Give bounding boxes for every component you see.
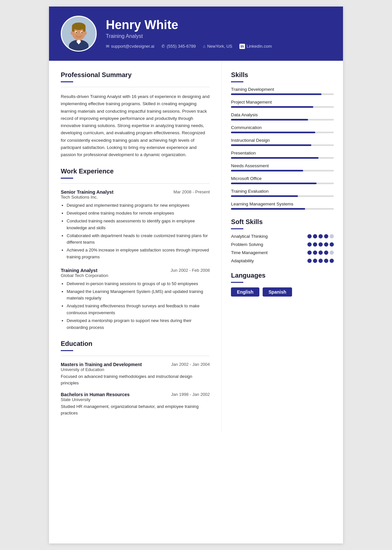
dot-0-1 bbox=[313, 234, 317, 238]
work-title: Work Experience bbox=[61, 168, 210, 175]
skill-item-0: Training Development bbox=[231, 87, 334, 95]
bullet-1-4: Collaborated with department heads to cr… bbox=[67, 233, 210, 246]
skill-name-7: Microsoft Office bbox=[231, 176, 334, 181]
work-experience-section: Work Experience Senior Training Analyst … bbox=[61, 168, 210, 331]
job-block-1: Senior Training Analyst Mar 2008 - Prese… bbox=[61, 189, 210, 260]
location-icon: ⌂ bbox=[203, 44, 205, 49]
location-value: NewYork, US bbox=[207, 44, 232, 49]
dot-3-1 bbox=[313, 259, 317, 263]
bullet-1-3: Conducted training needs assessments to … bbox=[67, 218, 210, 232]
work-divider bbox=[61, 183, 210, 184]
skill-bar-bg-2 bbox=[231, 119, 334, 121]
svg-rect-5 bbox=[72, 26, 74, 32]
dot-3-2 bbox=[318, 259, 323, 263]
soft-skills-underline bbox=[231, 228, 243, 229]
soft-skill-row-2: Time Management bbox=[231, 250, 334, 255]
skill-item-3: Communication bbox=[231, 125, 334, 133]
bullet-2-1: Delivered in-person training sessions to… bbox=[67, 281, 210, 287]
job-date-1: Mar 2008 - Present bbox=[173, 189, 210, 194]
job-title-2: Training Analyst bbox=[61, 268, 97, 273]
skill-name-3: Communication bbox=[231, 125, 334, 130]
svg-rect-6 bbox=[83, 26, 86, 32]
dot-2-2 bbox=[318, 251, 323, 255]
skill-item-4: Instructional Design bbox=[231, 138, 334, 146]
dot-2-3 bbox=[324, 251, 328, 255]
dot-1-0 bbox=[307, 242, 312, 247]
skill-bar-bg-3 bbox=[231, 132, 334, 133]
dot-0-2 bbox=[318, 234, 323, 238]
skill-bar-fill-5 bbox=[231, 157, 318, 159]
skill-name-0: Training Development bbox=[231, 87, 334, 92]
dot-2-0 bbox=[307, 251, 312, 255]
right-column: Skills Training Development Project Mana… bbox=[222, 61, 343, 432]
linkedin-icon: in bbox=[239, 44, 245, 49]
skill-item-8: Training Evaluation bbox=[231, 189, 334, 197]
skills-title: Skills bbox=[231, 71, 334, 79]
email-value: support@cvdesigner.ai bbox=[111, 44, 154, 49]
skill-bar-fill-7 bbox=[231, 183, 316, 184]
svg-point-11 bbox=[71, 31, 73, 35]
dot-row-0 bbox=[307, 234, 334, 238]
language-tag-0: English bbox=[231, 287, 259, 297]
education-underline bbox=[61, 350, 73, 351]
dot-row-3 bbox=[307, 259, 334, 263]
skill-item-5: Presentation bbox=[231, 151, 334, 159]
header-info: Henry White Training Analyst ✉ support@c… bbox=[106, 18, 331, 49]
bullet-2-3: Analyzed training effectiveness through … bbox=[67, 303, 210, 316]
skill-bar-fill-0 bbox=[231, 93, 321, 95]
job-date-2: Jun 2002 - Feb 2008 bbox=[171, 268, 210, 273]
email-icon: ✉ bbox=[106, 44, 109, 49]
skill-bar-bg-5 bbox=[231, 157, 334, 159]
edu-desc-1: Focused on advanced training methodologi… bbox=[61, 373, 210, 386]
skill-bar-fill-8 bbox=[231, 195, 298, 197]
languages-title: Languages bbox=[231, 272, 334, 279]
dot-2-4 bbox=[330, 251, 334, 255]
education-divider bbox=[61, 356, 210, 356]
languages-section: Languages EnglishSpanish bbox=[231, 272, 334, 297]
contact-list: ✉ support@cvdesigner.ai ✆ (555) 345-6789… bbox=[106, 44, 331, 49]
soft-skill-name-3: Adaptability bbox=[231, 258, 307, 263]
skill-bar-fill-9 bbox=[231, 208, 305, 210]
resume-container: Henry White Training Analyst ✉ support@c… bbox=[49, 7, 343, 543]
skill-bar-fill-3 bbox=[231, 132, 315, 133]
dot-3-3 bbox=[324, 259, 328, 263]
job-block-2: Training Analyst Jun 2002 - Feb 2008 Glo… bbox=[61, 268, 210, 331]
skill-item-6: Needs Assessment bbox=[231, 163, 334, 171]
dot-row-1 bbox=[307, 242, 334, 247]
edu-date-1: Jan 2002 - Jan 2004 bbox=[171, 362, 210, 367]
edu-desc-2: Studied HR management, organizational be… bbox=[61, 403, 210, 416]
job-bullets-2: Delivered in-person training sessions to… bbox=[61, 281, 210, 331]
languages-underline bbox=[231, 282, 243, 283]
job-header-2: Training Analyst Jun 2002 - Feb 2008 bbox=[61, 268, 210, 273]
contact-email: ✉ support@cvdesigner.ai bbox=[106, 44, 154, 49]
job-company-2: Global Tech Corporation bbox=[61, 273, 210, 278]
soft-skill-row-1: Problem Solving bbox=[231, 242, 334, 247]
edu-degree-1: Masters in Training and Development bbox=[61, 362, 142, 367]
left-column: Professional Summary Results-driven Trai… bbox=[49, 61, 222, 432]
skill-item-1: Project Management bbox=[231, 100, 334, 108]
phone-value: (555) 345-6789 bbox=[167, 44, 196, 49]
svg-point-9 bbox=[76, 32, 77, 33]
edu-block-1: Masters in Training and Development Jan … bbox=[61, 362, 210, 386]
phone-icon: ✆ bbox=[161, 44, 165, 49]
bullet-1-5: Achieved a 20% increase in employee sati… bbox=[67, 247, 210, 261]
edu-header-2: Bachelors in Human Resources Jan 1998 - … bbox=[61, 392, 210, 397]
svg-point-12 bbox=[84, 31, 87, 35]
skill-bar-bg-1 bbox=[231, 106, 334, 108]
skill-bar-bg-0 bbox=[231, 93, 334, 95]
edu-school-1: University of Education bbox=[61, 367, 210, 372]
skill-bar-bg-7 bbox=[231, 183, 334, 184]
skill-name-2: Data Analysis bbox=[231, 112, 334, 117]
contact-linkedin[interactable]: in LinkedIn.com bbox=[239, 44, 272, 49]
skill-name-1: Project Management bbox=[231, 100, 334, 105]
skill-name-9: Learning Management Systems bbox=[231, 202, 334, 206]
soft-skill-name-2: Time Management bbox=[231, 250, 307, 255]
education-section: Education Masters in Training and Develo… bbox=[61, 340, 210, 416]
bullet-2-2: Managed the Learning Management System (… bbox=[67, 288, 210, 302]
summary-title: Professional Summary bbox=[61, 71, 210, 79]
edu-date-2: Jan 1998 - Jan 2002 bbox=[171, 392, 210, 397]
skill-bar-fill-4 bbox=[231, 144, 311, 146]
edu-header-1: Masters in Training and Development Jan … bbox=[61, 362, 210, 367]
skill-bar-bg-4 bbox=[231, 144, 334, 146]
education-title: Education bbox=[61, 340, 210, 348]
